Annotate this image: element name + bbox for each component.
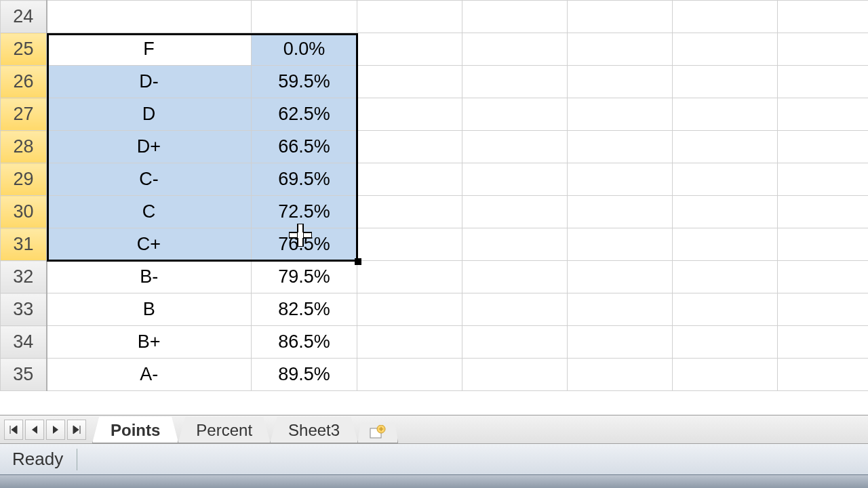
- cell-empty[interactable]: [778, 33, 869, 66]
- cell-empty[interactable]: [462, 33, 568, 66]
- row-header[interactable]: 28: [1, 131, 47, 163]
- cell-empty[interactable]: [778, 196, 869, 228]
- cell-empty[interactable]: [568, 33, 673, 66]
- cell-percent[interactable]: 86.5%: [252, 326, 357, 359]
- row-header[interactable]: 35: [1, 359, 47, 391]
- cell-empty[interactable]: [568, 1, 673, 33]
- cell-empty[interactable]: [462, 261, 568, 293]
- cell-percent[interactable]: 62.5%: [252, 98, 357, 131]
- cell-empty[interactable]: [357, 131, 462, 163]
- cell-empty[interactable]: [357, 98, 462, 131]
- cell-empty[interactable]: [673, 359, 778, 391]
- cell-empty[interactable]: [462, 131, 568, 163]
- cell-grade[interactable]: C+: [47, 228, 252, 261]
- row-header[interactable]: 29: [1, 163, 47, 196]
- cell-grade[interactable]: D-: [47, 66, 252, 98]
- row-header[interactable]: 31: [1, 228, 47, 261]
- cell-percent[interactable]: 59.5%: [252, 66, 357, 98]
- cell-empty[interactable]: [357, 293, 462, 326]
- tab-nav-last-button[interactable]: [67, 420, 86, 440]
- cell-empty[interactable]: [462, 196, 568, 228]
- cell-empty[interactable]: [568, 163, 673, 196]
- cell-empty[interactable]: [357, 196, 462, 228]
- cell-empty[interactable]: [357, 33, 462, 66]
- cell-grade[interactable]: F: [47, 33, 252, 66]
- cell-empty[interactable]: [673, 196, 778, 228]
- cell-empty[interactable]: [357, 228, 462, 261]
- spreadsheet-grid[interactable]: 2425F0.0%26D-59.5%27D62.5%28D+66.5%29C-6…: [0, 0, 868, 415]
- cell-empty[interactable]: [568, 228, 673, 261]
- row-header[interactable]: 27: [1, 98, 47, 131]
- cell-empty[interactable]: [357, 359, 462, 391]
- cell-percent[interactable]: 0.0%: [252, 33, 357, 66]
- cell-empty[interactable]: [778, 1, 869, 33]
- cell-empty[interactable]: [568, 66, 673, 98]
- cell-grade[interactable]: [47, 1, 252, 33]
- cell-empty[interactable]: [778, 228, 869, 261]
- cell-empty[interactable]: [778, 163, 869, 196]
- cell-grade[interactable]: B-: [47, 261, 252, 293]
- row-header[interactable]: 30: [1, 196, 47, 228]
- grid-table[interactable]: 2425F0.0%26D-59.5%27D62.5%28D+66.5%29C-6…: [0, 0, 868, 391]
- cell-percent[interactable]: 69.5%: [252, 163, 357, 196]
- cell-grade[interactable]: B+: [47, 326, 252, 359]
- cell-empty[interactable]: [778, 131, 869, 163]
- cell-empty[interactable]: [462, 326, 568, 359]
- cell-percent[interactable]: 66.5%: [252, 131, 357, 163]
- cell-empty[interactable]: [568, 98, 673, 131]
- row-header[interactable]: 32: [1, 261, 47, 293]
- cell-empty[interactable]: [357, 66, 462, 98]
- cell-empty[interactable]: [673, 293, 778, 326]
- cell-empty[interactable]: [568, 261, 673, 293]
- tab-nav-next-button[interactable]: [46, 420, 65, 440]
- cell-empty[interactable]: [462, 163, 568, 196]
- cell-empty[interactable]: [778, 98, 869, 131]
- cell-empty[interactable]: [673, 98, 778, 131]
- sheet-tab[interactable]: Percent: [178, 417, 271, 443]
- cell-empty[interactable]: [462, 1, 568, 33]
- cell-grade[interactable]: C: [47, 196, 252, 228]
- row-header[interactable]: 33: [1, 293, 47, 326]
- cell-empty[interactable]: [357, 163, 462, 196]
- cell-empty[interactable]: [778, 261, 869, 293]
- cell-empty[interactable]: [778, 66, 869, 98]
- cell-empty[interactable]: [673, 131, 778, 163]
- row-header[interactable]: 24: [1, 1, 47, 33]
- cell-empty[interactable]: [778, 359, 869, 391]
- cell-empty[interactable]: [673, 326, 778, 359]
- cell-empty[interactable]: [673, 163, 778, 196]
- cell-empty[interactable]: [673, 66, 778, 98]
- cell-empty[interactable]: [673, 228, 778, 261]
- cell-empty[interactable]: [568, 326, 673, 359]
- cell-empty[interactable]: [673, 1, 778, 33]
- row-header[interactable]: 34: [1, 326, 47, 359]
- cell-percent[interactable]: 79.5%: [252, 261, 357, 293]
- cell-empty[interactable]: [462, 359, 568, 391]
- new-sheet-button[interactable]: [357, 422, 398, 443]
- cell-empty[interactable]: [462, 293, 568, 326]
- cell-grade[interactable]: D+: [47, 131, 252, 163]
- cell-empty[interactable]: [778, 293, 869, 326]
- cell-grade[interactable]: A-: [47, 359, 252, 391]
- cell-percent[interactable]: 82.5%: [252, 293, 357, 326]
- cell-empty[interactable]: [568, 293, 673, 326]
- tab-nav-first-button[interactable]: [4, 420, 23, 440]
- cell-grade[interactable]: C-: [47, 163, 252, 196]
- row-header[interactable]: 26: [1, 66, 47, 98]
- cell-empty[interactable]: [568, 359, 673, 391]
- cell-percent[interactable]: 89.5%: [252, 359, 357, 391]
- sheet-tab[interactable]: Sheet3: [270, 417, 358, 443]
- cell-grade[interactable]: D: [47, 98, 252, 131]
- cell-empty[interactable]: [673, 33, 778, 66]
- cell-percent[interactable]: 72.5%: [252, 196, 357, 228]
- cell-empty[interactable]: [462, 98, 568, 131]
- cell-grade[interactable]: B: [47, 293, 252, 326]
- cell-empty[interactable]: [357, 326, 462, 359]
- cell-empty[interactable]: [673, 261, 778, 293]
- cell-empty[interactable]: [462, 228, 568, 261]
- tab-nav-prev-button[interactable]: [25, 420, 44, 440]
- cell-empty[interactable]: [778, 326, 869, 359]
- sheet-tab[interactable]: Points: [92, 417, 178, 443]
- cell-empty[interactable]: [462, 66, 568, 98]
- cell-percent[interactable]: [252, 1, 357, 33]
